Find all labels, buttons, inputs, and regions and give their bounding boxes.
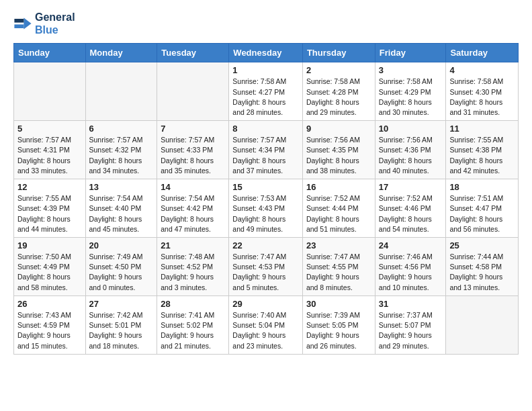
calendar-cell: 23Sunrise: 7:47 AM Sunset: 4:55 PM Dayli… [302,238,375,296]
day-info: Sunrise: 7:57 AM Sunset: 4:32 PM Dayligh… [89,135,154,176]
day-info: Sunrise: 7:53 AM Sunset: 4:43 PM Dayligh… [232,193,299,234]
svg-rect-2 [14,19,24,23]
calendar-cell [157,62,229,121]
day-number: 24 [379,240,443,250]
calendar-cell: 11Sunrise: 7:55 AM Sunset: 4:38 PM Dayli… [446,121,519,179]
day-info: Sunrise: 7:48 AM Sunset: 4:52 PM Dayligh… [161,252,225,293]
calendar-cell: 25Sunrise: 7:44 AM Sunset: 4:58 PM Dayli… [446,238,519,296]
logo-icon [13,14,32,33]
day-info: Sunrise: 7:55 AM Sunset: 4:38 PM Dayligh… [449,135,515,176]
day-number: 30 [306,299,371,309]
day-number: 15 [232,182,299,192]
weekday-header-friday: Friday [375,44,446,62]
day-info: Sunrise: 7:57 AM Sunset: 4:34 PM Dayligh… [232,135,299,176]
day-number: 12 [17,182,82,192]
day-info: Sunrise: 7:40 AM Sunset: 5:04 PM Dayligh… [232,310,299,351]
day-number: 25 [449,240,515,250]
day-info: Sunrise: 7:58 AM Sunset: 4:27 PM Dayligh… [232,77,299,118]
header: General Blue [13,11,519,36]
calendar-week-row: 12Sunrise: 7:55 AM Sunset: 4:39 PM Dayli… [14,179,519,238]
day-info: Sunrise: 7:58 AM Sunset: 4:28 PM Dayligh… [306,77,371,118]
day-info: Sunrise: 7:39 AM Sunset: 5:05 PM Dayligh… [306,310,371,351]
calendar-cell: 21Sunrise: 7:48 AM Sunset: 4:52 PM Dayli… [157,238,229,296]
calendar-cell: 15Sunrise: 7:53 AM Sunset: 4:43 PM Dayli… [229,179,303,238]
calendar-cell: 24Sunrise: 7:46 AM Sunset: 4:56 PM Dayli… [375,238,446,296]
calendar-cell: 20Sunrise: 7:49 AM Sunset: 4:50 PM Dayli… [85,238,157,296]
calendar-table: SundayMondayTuesdayWednesdayThursdayFrid… [13,43,519,354]
day-number: 10 [379,124,443,134]
calendar-cell [446,295,519,354]
calendar-cell: 13Sunrise: 7:54 AM Sunset: 4:40 PM Dayli… [85,179,157,238]
svg-rect-3 [14,25,24,29]
calendar-cell: 7Sunrise: 7:57 AM Sunset: 4:33 PM Daylig… [157,121,229,179]
day-info: Sunrise: 7:46 AM Sunset: 4:56 PM Dayligh… [379,252,443,293]
day-number: 22 [232,240,299,250]
calendar-cell: 3Sunrise: 7:58 AM Sunset: 4:29 PM Daylig… [375,62,446,121]
calendar-cell: 12Sunrise: 7:55 AM Sunset: 4:39 PM Dayli… [14,179,86,238]
day-info: Sunrise: 7:44 AM Sunset: 4:58 PM Dayligh… [449,252,515,293]
calendar-cell: 10Sunrise: 7:56 AM Sunset: 4:36 PM Dayli… [375,121,446,179]
calendar-cell: 29Sunrise: 7:40 AM Sunset: 5:04 PM Dayli… [229,295,303,354]
day-number: 21 [161,240,225,250]
logo: General Blue [13,11,75,36]
calendar-cell: 6Sunrise: 7:57 AM Sunset: 4:32 PM Daylig… [85,121,157,179]
calendar-cell: 1Sunrise: 7:58 AM Sunset: 4:27 PM Daylig… [229,62,303,121]
day-number: 14 [161,182,225,192]
calendar-cell: 5Sunrise: 7:57 AM Sunset: 4:31 PM Daylig… [14,121,86,179]
day-number: 4 [449,65,515,75]
day-number: 9 [306,124,371,134]
day-number: 1 [232,65,299,75]
day-info: Sunrise: 7:55 AM Sunset: 4:39 PM Dayligh… [17,193,82,234]
calendar-cell: 30Sunrise: 7:39 AM Sunset: 5:05 PM Dayli… [302,295,375,354]
page: General Blue SundayMondayTuesdayWednesda… [0,0,532,365]
day-info: Sunrise: 7:51 AM Sunset: 4:47 PM Dayligh… [449,193,515,234]
calendar-cell: 2Sunrise: 7:58 AM Sunset: 4:28 PM Daylig… [302,62,375,121]
weekday-header-row: SundayMondayTuesdayWednesdayThursdayFrid… [14,44,519,62]
day-number: 29 [232,299,299,309]
day-info: Sunrise: 7:52 AM Sunset: 4:44 PM Dayligh… [306,193,371,234]
calendar-week-row: 19Sunrise: 7:50 AM Sunset: 4:49 PM Dayli… [14,238,519,296]
weekday-header-saturday: Saturday [446,44,519,62]
day-info: Sunrise: 7:57 AM Sunset: 4:33 PM Dayligh… [161,135,225,176]
day-number: 26 [17,299,82,309]
day-number: 2 [306,65,371,75]
day-number: 20 [89,240,154,250]
day-number: 19 [17,240,82,250]
weekday-header-wednesday: Wednesday [229,44,303,62]
calendar-cell: 4Sunrise: 7:58 AM Sunset: 4:30 PM Daylig… [446,62,519,121]
day-number: 6 [89,124,154,134]
day-number: 28 [161,299,225,309]
calendar-cell [85,62,157,121]
weekday-header-tuesday: Tuesday [157,44,229,62]
day-info: Sunrise: 7:52 AM Sunset: 4:46 PM Dayligh… [379,193,443,234]
calendar-cell: 19Sunrise: 7:50 AM Sunset: 4:49 PM Dayli… [14,238,86,296]
calendar-cell: 27Sunrise: 7:42 AM Sunset: 5:01 PM Dayli… [85,295,157,354]
calendar-week-row: 1Sunrise: 7:58 AM Sunset: 4:27 PM Daylig… [14,62,519,121]
weekday-header-sunday: Sunday [14,44,86,62]
day-number: 3 [379,65,443,75]
day-number: 16 [306,182,371,192]
calendar-cell: 26Sunrise: 7:43 AM Sunset: 4:59 PM Dayli… [14,295,86,354]
day-info: Sunrise: 7:42 AM Sunset: 5:01 PM Dayligh… [89,310,154,351]
calendar-week-row: 26Sunrise: 7:43 AM Sunset: 4:59 PM Dayli… [14,295,519,354]
day-info: Sunrise: 7:54 AM Sunset: 4:42 PM Dayligh… [161,193,225,234]
calendar-cell: 8Sunrise: 7:57 AM Sunset: 4:34 PM Daylig… [229,121,303,179]
day-info: Sunrise: 7:47 AM Sunset: 4:53 PM Dayligh… [232,252,299,293]
calendar-cell [14,62,86,121]
day-info: Sunrise: 7:58 AM Sunset: 4:29 PM Dayligh… [379,77,443,118]
calendar-cell: 28Sunrise: 7:41 AM Sunset: 5:02 PM Dayli… [157,295,229,354]
day-number: 5 [17,124,82,134]
day-number: 13 [89,182,154,192]
day-info: Sunrise: 7:56 AM Sunset: 4:36 PM Dayligh… [379,135,443,176]
day-info: Sunrise: 7:58 AM Sunset: 4:30 PM Dayligh… [449,77,515,118]
calendar-cell: 17Sunrise: 7:52 AM Sunset: 4:46 PM Dayli… [375,179,446,238]
day-number: 8 [232,124,299,134]
day-number: 17 [379,182,443,192]
day-number: 23 [306,240,371,250]
day-info: Sunrise: 7:41 AM Sunset: 5:02 PM Dayligh… [161,310,225,351]
calendar-cell: 14Sunrise: 7:54 AM Sunset: 4:42 PM Dayli… [157,179,229,238]
day-info: Sunrise: 7:47 AM Sunset: 4:55 PM Dayligh… [306,252,371,293]
calendar-cell: 9Sunrise: 7:56 AM Sunset: 4:35 PM Daylig… [302,121,375,179]
weekday-header-monday: Monday [85,44,157,62]
calendar-cell: 31Sunrise: 7:37 AM Sunset: 5:07 PM Dayli… [375,295,446,354]
